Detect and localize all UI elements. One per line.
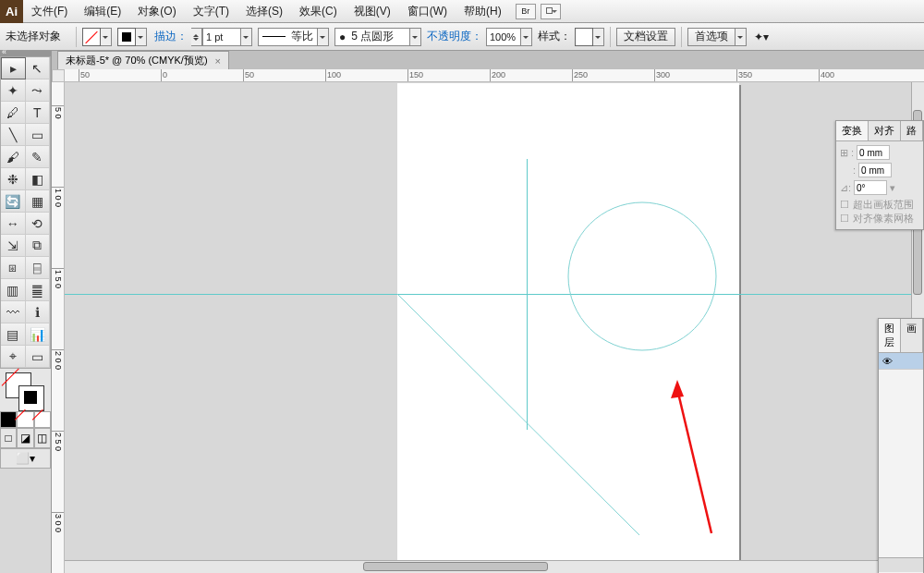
fill-swatch[interactable] bbox=[82, 28, 101, 46]
draw-normal[interactable]: □ bbox=[0, 428, 17, 448]
horizontal-guide bbox=[65, 294, 924, 295]
mesh-tool[interactable]: ⧆ bbox=[1, 257, 26, 279]
rectangle-tool[interactable]: ▭ bbox=[26, 124, 51, 146]
slice-tool[interactable]: 📊 bbox=[26, 323, 51, 346]
opacity-dropdown[interactable] bbox=[521, 28, 532, 46]
blob-brush-tool[interactable]: ❉ bbox=[1, 168, 26, 190]
visibility-icon[interactable]: 👁 bbox=[879, 356, 895, 367]
blend-tool[interactable]: ䷀ bbox=[26, 279, 51, 301]
menu-object[interactable]: 对象(O) bbox=[129, 0, 184, 23]
tab-transform[interactable]: 变换 bbox=[836, 121, 869, 140]
opacity-label[interactable]: 不透明度： bbox=[427, 29, 482, 44]
stroke-weight-stepper[interactable] bbox=[191, 28, 202, 46]
stroke-swatch[interactable] bbox=[117, 28, 136, 46]
line-preview[interactable]: 等比 bbox=[258, 28, 318, 46]
align-icon[interactable]: ✦▾ bbox=[754, 30, 769, 43]
bridge-button[interactable]: Br bbox=[516, 4, 536, 19]
none-mode[interactable] bbox=[34, 411, 51, 428]
app-icon: Ai bbox=[0, 0, 23, 23]
checkbox-icon[interactable]: ☐ bbox=[840, 199, 849, 211]
width-tool[interactable]: ↔ bbox=[1, 213, 26, 235]
ref-point-icon[interactable]: ⊞ bbox=[840, 147, 848, 159]
eraser-tool[interactable]: ◧ bbox=[26, 168, 51, 190]
lasso-tool[interactable]: ⤳ bbox=[26, 79, 51, 102]
screen-mode[interactable]: ⬜▾ bbox=[0, 448, 51, 469]
symbol-sprayer-tool[interactable]: 〰 bbox=[1, 301, 26, 323]
line-dropdown[interactable] bbox=[318, 28, 329, 46]
menu-select[interactable]: 选择(S) bbox=[237, 0, 291, 23]
menu-edit[interactable]: 编辑(E) bbox=[76, 0, 129, 23]
shape-builder-tool[interactable]: ⇲ bbox=[1, 235, 26, 257]
document-area: 未标题-5* @ 70% (CMYK/预览) × 500501001502002… bbox=[52, 51, 924, 573]
zoom-tool[interactable]: ▭ bbox=[26, 346, 51, 368]
column-graph-tool[interactable]: ℹ bbox=[26, 301, 51, 323]
menu-help[interactable]: 帮助(H) bbox=[456, 0, 510, 23]
artboard bbox=[397, 83, 739, 573]
magic-wand-tool[interactable]: ✦ bbox=[1, 79, 26, 102]
menu-file[interactable]: 文件(F) bbox=[23, 0, 76, 23]
checkbox-icon[interactable]: ☐ bbox=[840, 213, 849, 225]
menu-type[interactable]: 文字(T) bbox=[185, 0, 237, 23]
stroke-weight-dropdown[interactable] bbox=[241, 28, 252, 46]
ruler-origin[interactable] bbox=[52, 69, 65, 82]
arrange-button[interactable] bbox=[541, 4, 561, 19]
layers-panel: 图层 画 👁 bbox=[878, 318, 924, 573]
layer-row[interactable]: 👁 bbox=[879, 353, 923, 370]
pencil-tool[interactable]: ✎ bbox=[26, 146, 51, 168]
y-input[interactable] bbox=[858, 163, 892, 177]
paintbrush-tool[interactable]: 🖌 bbox=[1, 146, 26, 168]
toolbox-header[interactable] bbox=[0, 51, 51, 56]
eyedropper-tool[interactable]: ▥ bbox=[1, 279, 26, 301]
stroke-weight-input[interactable]: 1 pt bbox=[202, 28, 241, 46]
toolbox: ▸↖ ✦⤳ 🖊T ╲▭ 🖌✎ ❉◧ 🔄▦ ↔⟲ ⇲⧉ ⧆⌸ ▥䷀ 〰ℹ ▤📊 ⌖… bbox=[0, 51, 52, 573]
menu-effect[interactable]: 效果(C) bbox=[291, 0, 346, 23]
fill-stroke-indicator[interactable] bbox=[0, 369, 51, 411]
hand-tool[interactable]: ⌖ bbox=[1, 346, 26, 368]
brush-dropdown[interactable] bbox=[410, 28, 421, 46]
workspace: ▸↖ ✦⤳ 🖊T ╲▭ 🖌✎ ❉◧ 🔄▦ ↔⟲ ⇲⧉ ⧆⌸ ▥䷀ 〰ℹ ▤📊 ⌖… bbox=[0, 51, 924, 573]
opacity-input[interactable]: 100% bbox=[486, 28, 521, 46]
draw-behind[interactable]: ◪ bbox=[17, 428, 33, 448]
brush-definition[interactable]: ●5 点圆形 bbox=[334, 28, 410, 46]
menu-view[interactable]: 视图(V) bbox=[346, 0, 399, 23]
free-transform-tool[interactable]: ⟲ bbox=[26, 213, 51, 235]
vertical-ruler[interactable]: 5 01 0 01 5 02 0 02 5 03 0 0 bbox=[52, 82, 65, 573]
selection-tool[interactable]: ▸ bbox=[1, 57, 26, 79]
tab-layers[interactable]: 图层 bbox=[879, 319, 901, 352]
draw-inside[interactable]: ◫ bbox=[34, 428, 51, 448]
tab-close-icon[interactable]: × bbox=[215, 55, 221, 67]
canvas[interactable] bbox=[65, 82, 924, 573]
gradient-tool[interactable]: ⌸ bbox=[26, 257, 51, 279]
prefs-button[interactable]: 首选项 bbox=[687, 28, 747, 46]
stroke-color[interactable] bbox=[18, 385, 44, 411]
chk2-label: 对齐像素网格 bbox=[853, 212, 914, 226]
type-tool[interactable]: T bbox=[26, 102, 51, 124]
tab-title: 未标题-5* @ 70% (CMYK/预览) bbox=[66, 54, 208, 67]
artboard-tool[interactable]: ▤ bbox=[1, 323, 26, 346]
direct-selection-tool[interactable]: ↖ bbox=[26, 57, 51, 79]
tab-bar: 未标题-5* @ 70% (CMYK/预览) × bbox=[52, 51, 924, 69]
horizontal-ruler[interactable]: 50050100150200250300350400 bbox=[65, 69, 924, 82]
tab-align[interactable]: 对齐 bbox=[869, 121, 901, 140]
angle-input[interactable] bbox=[854, 180, 887, 195]
layers-footer bbox=[879, 557, 923, 572]
line-tool[interactable]: ╲ bbox=[1, 124, 26, 146]
doc-setup-button[interactable]: 文档设置 bbox=[616, 28, 675, 46]
menu-window[interactable]: 窗口(W) bbox=[399, 0, 456, 23]
stroke-dropdown[interactable] bbox=[136, 28, 147, 46]
h-scroll-thumb[interactable] bbox=[363, 562, 548, 571]
fill-dropdown[interactable] bbox=[101, 28, 112, 46]
scale-tool[interactable]: ▦ bbox=[26, 190, 51, 213]
stroke-label[interactable]: 描边： bbox=[154, 29, 188, 44]
style-dropdown[interactable] bbox=[593, 28, 604, 46]
tab-pathfinder[interactable]: 路 bbox=[901, 121, 923, 140]
x-input[interactable] bbox=[857, 145, 890, 160]
horizontal-scrollbar[interactable] bbox=[65, 560, 911, 573]
document-tab[interactable]: 未标题-5* @ 70% (CMYK/预览) × bbox=[57, 51, 229, 69]
style-swatch[interactable] bbox=[575, 28, 593, 46]
perspective-tool[interactable]: ⧉ bbox=[26, 235, 51, 257]
tool-grid: ▸↖ ✦⤳ 🖊T ╲▭ 🖌✎ ❉◧ 🔄▦ ↔⟲ ⇲⧉ ⧆⌸ ▥䷀ 〰ℹ ▤📊 ⌖… bbox=[0, 56, 51, 369]
tab-artboards[interactable]: 画 bbox=[901, 319, 923, 352]
rotate-tool[interactable]: 🔄 bbox=[1, 190, 26, 213]
pen-tool[interactable]: 🖊 bbox=[1, 102, 26, 124]
